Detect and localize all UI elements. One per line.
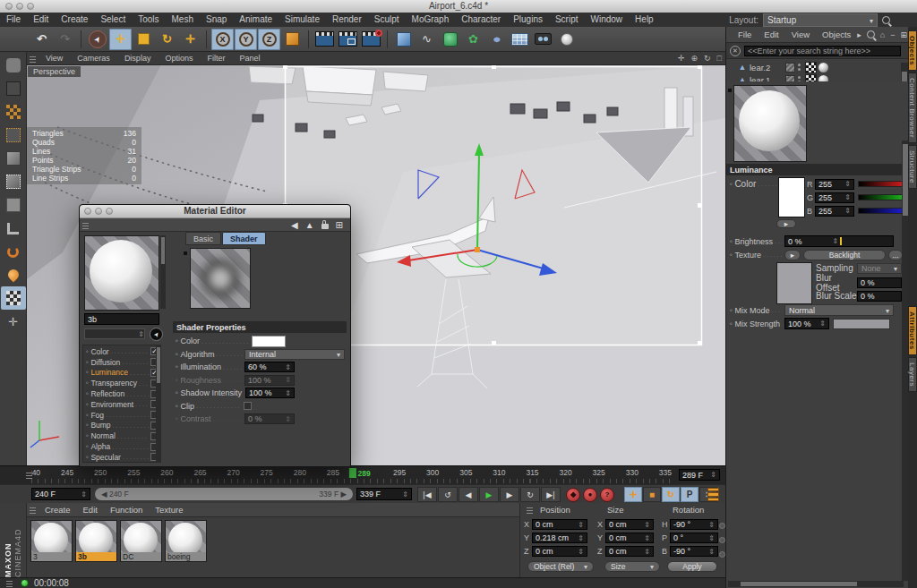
lock-x-axis-button[interactable]: X xyxy=(211,29,234,50)
stepper-icon[interactable] xyxy=(844,193,851,201)
keyframe-selection-icon[interactable] xyxy=(707,488,719,501)
material-thumbnail[interactable]: 3b xyxy=(75,520,117,562)
record-scale-toggle[interactable]: ■ xyxy=(643,487,661,502)
object-manager-menu-item[interactable]: Edit xyxy=(758,30,784,39)
menu-item[interactable]: Render xyxy=(326,13,368,27)
texture-checker-button[interactable] xyxy=(1,100,26,124)
menu-item[interactable]: Sculpt xyxy=(368,13,406,27)
channel-row[interactable]: ∘ Specular xyxy=(83,452,160,463)
preview-type-select[interactable] xyxy=(84,328,145,339)
apply-button[interactable]: Apply xyxy=(667,561,717,572)
channel-row[interactable]: ∘ Fog xyxy=(83,410,160,421)
menu-item[interactable]: Help xyxy=(629,13,660,27)
checker-badge[interactable] xyxy=(805,62,817,73)
add-array-button[interactable]: ✿ xyxy=(462,29,484,50)
viewport-menu-item[interactable]: Panel xyxy=(232,52,267,64)
record-keyframe-button[interactable]: ◆ xyxy=(566,488,580,502)
layout-select[interactable]: Startup xyxy=(763,13,878,27)
texture-axis-button[interactable] xyxy=(1,124,26,147)
coordinate-mode-select[interactable]: Object (Rel) xyxy=(527,561,594,572)
current-frame-field[interactable]: 289 F xyxy=(679,469,720,481)
goto-end-button[interactable]: ▶| xyxy=(541,487,561,502)
viewport-menu-item[interactable]: Options xyxy=(158,52,200,64)
coordinate-system-button[interactable] xyxy=(281,29,304,50)
side-tab[interactable]: Attributes xyxy=(908,306,917,355)
blur-scale-field[interactable]: 0 % xyxy=(857,291,902,302)
model-mode-button[interactable] xyxy=(1,77,26,100)
add-subdivision-surface-button[interactable] xyxy=(439,29,461,50)
brightness-field[interactable]: 0 % xyxy=(784,235,894,247)
object-mode-button[interactable] xyxy=(1,147,26,170)
stepper-icon[interactable] xyxy=(710,471,716,479)
make-editable-button[interactable] xyxy=(1,54,26,77)
minimize-icon[interactable]: − xyxy=(890,30,895,39)
rotation-b-field[interactable]: -90 ° xyxy=(670,546,718,557)
rgb-field[interactable]: 255 xyxy=(815,179,854,190)
channel-row[interactable]: ∘ Environment xyxy=(83,399,160,410)
material-editor-titlebar[interactable]: Material Editor xyxy=(80,205,350,218)
color-expand-button[interactable]: ▸ xyxy=(776,219,796,228)
shadow-intensity-field[interactable]: 100 % xyxy=(245,388,295,398)
rotation-h-field[interactable]: -90 ° xyxy=(670,519,718,530)
record-parameter-toggle[interactable]: P xyxy=(681,487,698,502)
add-deformer-button[interactable]: ● xyxy=(485,29,508,50)
material-editor-tab[interactable]: Shader xyxy=(222,232,266,245)
add-light-button[interactable] xyxy=(555,29,578,50)
next-key-button[interactable]: ↻ xyxy=(520,487,540,502)
rgb-field[interactable]: 255 xyxy=(815,192,854,203)
material-menu-item[interactable]: Edit xyxy=(77,505,104,515)
menu-item[interactable]: Edit xyxy=(27,13,55,27)
search-icon[interactable] xyxy=(882,16,890,24)
search-input[interactable]: <<Enter your search string here>> xyxy=(744,46,901,56)
side-tab[interactable]: Objects xyxy=(908,30,917,71)
viewport-menu-item[interactable]: View xyxy=(39,52,70,64)
viewport-menu-item[interactable]: Cameras xyxy=(70,52,117,64)
stepper-icon[interactable] xyxy=(81,490,87,499)
texture-expand-button[interactable]: ▸ xyxy=(784,250,801,260)
texture-more-button[interactable]: ... xyxy=(888,250,903,260)
up-arrow-icon[interactable]: ▲ xyxy=(305,220,314,230)
object-manager-menu-item[interactable]: View xyxy=(785,30,816,39)
channel-row[interactable]: ∘ Transparency xyxy=(83,378,160,388)
texture-mode-button[interactable] xyxy=(1,286,26,310)
mix-mode-select[interactable]: Normal xyxy=(784,304,894,316)
clear-search-icon[interactable]: ✕ xyxy=(730,46,741,56)
lock-z-axis-button[interactable]: Z xyxy=(258,29,280,50)
menu-item[interactable]: Animate xyxy=(233,13,279,27)
goto-start-button[interactable]: |◀ xyxy=(417,487,437,502)
stepper-icon[interactable] xyxy=(844,180,851,188)
menu-item[interactable]: Select xyxy=(94,13,132,27)
rotation-p-field[interactable]: 0 ° xyxy=(670,533,718,543)
material-thumbnail[interactable]: DC xyxy=(120,520,162,562)
material-menu-item[interactable]: Texture xyxy=(149,505,189,515)
snap-button[interactable] xyxy=(1,240,26,263)
new-panel-icon[interactable]: ⊞ xyxy=(901,30,908,39)
texture-shader-button[interactable]: Backlight xyxy=(803,250,886,260)
blur-offset-field[interactable]: 0 % xyxy=(857,277,902,288)
drag-handle-icon[interactable] xyxy=(527,506,533,514)
side-tab[interactable]: Structure xyxy=(908,145,917,189)
zoom-view-icon[interactable]: ⊕ xyxy=(690,54,698,63)
menu-item[interactable]: Script xyxy=(549,13,585,27)
more-menus-icon[interactable]: ▸ xyxy=(857,30,861,39)
side-tab[interactable]: Content Browser xyxy=(908,72,917,143)
material-menu-item[interactable]: Create xyxy=(39,505,77,515)
menu-item[interactable]: MoGraph xyxy=(406,13,456,27)
menu-item[interactable]: Window xyxy=(585,13,630,27)
add-camera-button[interactable] xyxy=(532,29,554,50)
channel-row[interactable]: ∘ Bump xyxy=(83,421,160,431)
toggle-view-icon[interactable]: □ xyxy=(717,54,722,63)
shader-preview[interactable] xyxy=(190,248,251,309)
playhead-icon[interactable] xyxy=(348,468,356,478)
live-selection-button[interactable]: ➤ xyxy=(86,29,108,50)
move-tool-button[interactable]: ✛ xyxy=(109,29,132,50)
layer-swatch[interactable] xyxy=(785,63,795,72)
menu-item[interactable]: Simulate xyxy=(279,13,326,27)
channel-row[interactable]: ∘ Alpha xyxy=(83,441,160,452)
add-spline-button[interactable]: ∿ xyxy=(416,29,438,50)
paint-button[interactable] xyxy=(1,263,26,286)
drag-handle-icon[interactable] xyxy=(6,580,13,587)
preview-scrollbar[interactable] xyxy=(160,235,166,309)
mix-strength-slider[interactable] xyxy=(833,319,890,329)
position-y-field[interactable]: 0.218 cm xyxy=(532,533,587,543)
